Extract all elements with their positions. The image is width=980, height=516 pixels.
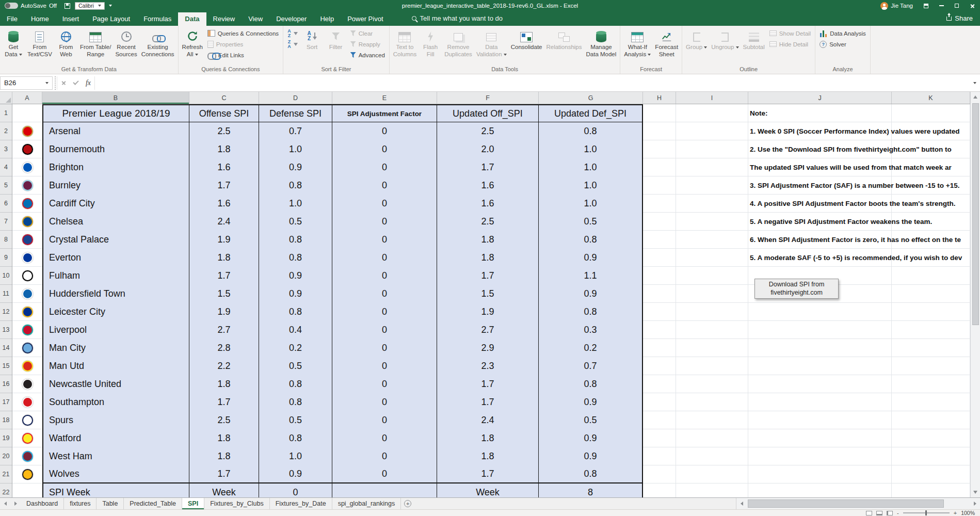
- empty-cell[interactable]: [892, 321, 970, 339]
- offense-spi-cell[interactable]: 1.7: [189, 465, 259, 483]
- empty-cell[interactable]: [676, 465, 748, 483]
- updated-def-spi-cell[interactable]: 0.5: [539, 213, 643, 231]
- offense-spi-cell[interactable]: 2.2: [189, 357, 259, 375]
- flash-fill-button[interactable]: FlashFill: [419, 27, 442, 66]
- relationships-button[interactable]: Relationships: [544, 27, 584, 66]
- tab-file[interactable]: File: [0, 12, 24, 26]
- updated-off-spi-cell[interactable]: 1.7: [437, 375, 539, 393]
- zoom-slider[interactable]: [903, 512, 950, 513]
- updated-off-spi-cell[interactable]: 1.8: [437, 231, 539, 249]
- note-heading-cell[interactable]: Note:: [748, 104, 892, 122]
- empty-cell[interactable]: [892, 429, 970, 447]
- note-cell[interactable]: [748, 303, 892, 321]
- reapply-filter-button[interactable]: Reapply: [348, 39, 388, 50]
- empty-cell[interactable]: [676, 393, 748, 411]
- updated-def-spi-cell[interactable]: 0.9: [539, 285, 643, 303]
- team-name-cell[interactable]: Leicester City: [42, 303, 189, 321]
- group-button[interactable]: Group: [684, 27, 709, 66]
- offense-spi-cell[interactable]: 2.8: [189, 339, 259, 357]
- offense-spi-cell[interactable]: 1.7: [189, 267, 259, 285]
- from-text-csv-button[interactable]: FromText/CSV: [25, 27, 54, 66]
- tab-page-layout[interactable]: Page Layout: [86, 12, 137, 26]
- sheet-tab-predicted-table[interactable]: Predicted_Table: [124, 498, 182, 509]
- empty-cell[interactable]: [892, 357, 970, 375]
- empty-cell[interactable]: [676, 176, 748, 195]
- what-if-analysis-button[interactable]: What-IfAnalysis: [622, 27, 653, 66]
- row-header[interactable]: 3: [0, 140, 12, 158]
- team-badge-cell[interactable]: [12, 195, 42, 213]
- data-validation-button[interactable]: DataValidation: [474, 27, 509, 66]
- team-name-cell[interactable]: Spurs: [42, 411, 189, 429]
- existing-connections-button[interactable]: ExistingConnections: [139, 27, 176, 66]
- row-header[interactable]: 6: [0, 195, 12, 213]
- note-cell[interactable]: [748, 429, 892, 447]
- updated-def-spi-cell[interactable]: 0.7: [539, 357, 643, 375]
- save-button[interactable]: [61, 0, 73, 11]
- normal-view-icon[interactable]: [866, 511, 872, 515]
- team-badge-cell[interactable]: [12, 122, 42, 140]
- team-badge-cell[interactable]: [12, 158, 42, 176]
- offense-spi-cell[interactable]: 2.5: [189, 411, 259, 429]
- scroll-left-button[interactable]: [736, 498, 747, 509]
- row-header[interactable]: 13: [0, 321, 12, 339]
- updated-off-spi-cell[interactable]: 2.0: [437, 140, 539, 158]
- empty-cell[interactable]: [643, 447, 676, 465]
- empty-cell[interactable]: [643, 375, 676, 393]
- download-spi-button[interactable]: Download SPI from fivethirtyeight.com: [754, 279, 839, 299]
- team-badge-cell[interactable]: [12, 303, 42, 321]
- empty-cell[interactable]: [643, 483, 676, 497]
- hide-detail-button[interactable]: Hide Detail: [767, 39, 813, 50]
- empty-cell[interactable]: [676, 447, 748, 465]
- updated-def-spi-cell[interactable]: 1.0: [539, 140, 643, 158]
- updated-off-spi-cell[interactable]: 1.7: [437, 393, 539, 411]
- header-defense-spi[interactable]: Defense SPI: [259, 104, 332, 122]
- subtotal-button[interactable]: Subtotal: [741, 27, 767, 66]
- offense-spi-cell[interactable]: 1.6: [189, 158, 259, 176]
- saf-cell[interactable]: 0: [332, 231, 437, 249]
- empty-cell[interactable]: [643, 176, 676, 195]
- updated-def-spi-cell[interactable]: 0.3: [539, 321, 643, 339]
- zoom-slider-thumb[interactable]: [925, 510, 927, 515]
- from-web-button[interactable]: FromWeb: [54, 27, 78, 66]
- empty-cell[interactable]: [643, 357, 676, 375]
- sheet-tab-fixtures[interactable]: fixtures: [64, 498, 97, 509]
- team-badge-cell[interactable]: [12, 429, 42, 447]
- note-cell[interactable]: 4. A positive SPI Adjustment Factor boot…: [748, 195, 892, 213]
- defense-spi-cell[interactable]: 0.9: [259, 158, 332, 176]
- empty-cell[interactable]: [676, 267, 748, 285]
- cell-a22[interactable]: [12, 483, 42, 497]
- team-badge-cell[interactable]: [12, 285, 42, 303]
- row-header[interactable]: 20: [0, 447, 12, 465]
- clear-filter-button[interactable]: Clear: [348, 28, 388, 39]
- manage-data-model-button[interactable]: ManageData Model: [584, 27, 619, 66]
- defense-spi-cell[interactable]: 0.2: [259, 339, 332, 357]
- saf-cell[interactable]: 0: [332, 339, 437, 357]
- tab-developer[interactable]: Developer: [269, 12, 313, 26]
- empty-cell[interactable]: [676, 285, 748, 303]
- defense-spi-cell[interactable]: 0.9: [259, 267, 332, 285]
- saf-cell[interactable]: 0: [332, 393, 437, 411]
- text-to-columns-button[interactable]: Text toColumns: [391, 27, 419, 66]
- empty-cell[interactable]: [676, 483, 748, 497]
- offense-spi-cell[interactable]: 1.8: [189, 429, 259, 447]
- team-badge-cell[interactable]: [12, 339, 42, 357]
- offense-spi-cell[interactable]: 1.7: [189, 393, 259, 411]
- note-cell[interactable]: [748, 411, 892, 429]
- saf-cell[interactable]: 0: [332, 158, 437, 176]
- sheet-tab-fixtures-by-clubs[interactable]: Fixtures_by_Clubs: [204, 498, 270, 509]
- vertical-scrollbar-thumb[interactable]: [972, 103, 979, 325]
- saf-cell[interactable]: 0: [332, 321, 437, 339]
- updated-def-spi-cell[interactable]: 1.1: [539, 267, 643, 285]
- row-header[interactable]: 12: [0, 303, 12, 321]
- team-name-cell[interactable]: Man City: [42, 339, 189, 357]
- updated-off-spi-cell[interactable]: 2.5: [437, 213, 539, 231]
- saf-cell[interactable]: 0: [332, 285, 437, 303]
- updated-def-spi-cell[interactable]: 1.0: [539, 195, 643, 213]
- updated-def-spi-cell[interactable]: 0.9: [539, 249, 643, 267]
- updated-def-spi-cell[interactable]: 0.9: [539, 393, 643, 411]
- row-header[interactable]: 4: [0, 158, 12, 176]
- column-header-c[interactable]: C: [189, 92, 259, 104]
- cell-a1[interactable]: [12, 104, 42, 122]
- table-title-cell[interactable]: Premier League 2018/19: [42, 104, 189, 122]
- updated-def-spi-cell[interactable]: 0.8: [539, 231, 643, 249]
